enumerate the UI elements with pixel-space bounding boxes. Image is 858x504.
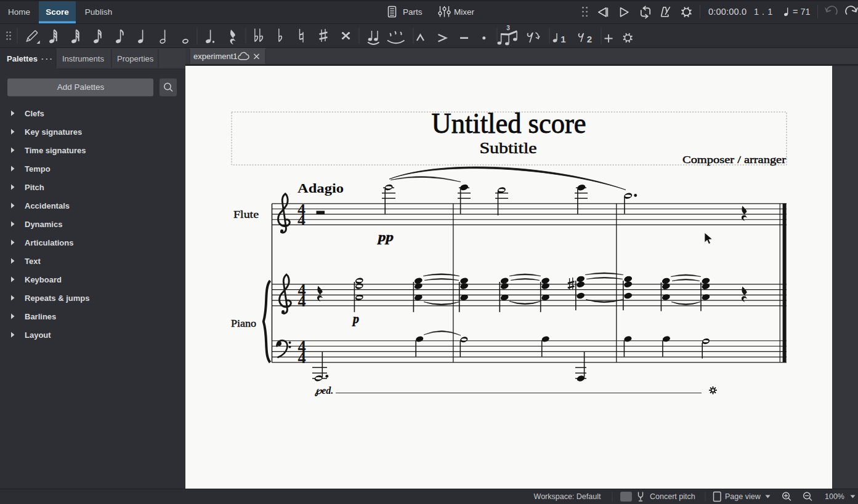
svg-text:4: 4 (297, 292, 306, 310)
svg-text:experiment1: experiment1 (193, 52, 238, 61)
svg-text:Parts: Parts (403, 7, 423, 17)
svg-text:Dynamics: Dynamics (25, 220, 62, 229)
svg-text:Articulations: Articulations (25, 238, 73, 247)
svg-text:Add Palettes: Add Palettes (57, 82, 105, 92)
svg-text:Piano: Piano (231, 318, 256, 329)
svg-text:Adagio: Adagio (297, 181, 344, 196)
svg-text:Flute: Flute (233, 209, 259, 220)
svg-text:0:00:00.0: 0:00:00.0 (708, 7, 747, 17)
svg-text:Concert pitch: Concert pitch (650, 492, 695, 501)
svg-text:Keyboard: Keyboard (25, 275, 62, 284)
svg-text:· · ·: · · · (41, 54, 52, 63)
svg-text:Layout: Layout (25, 330, 51, 340)
svg-text:3: 3 (506, 25, 510, 31)
svg-text:Instruments: Instruments (62, 54, 104, 63)
svg-text:Palettes: Palettes (7, 54, 38, 63)
svg-text:= 71: = 71 (793, 7, 811, 17)
svg-text:Pitch: Pitch (25, 183, 44, 192)
svg-text:Accidentals: Accidentals (25, 201, 70, 210)
svg-text:Composer / arranger: Composer / arranger (682, 153, 786, 166)
svg-text:1 . 1: 1 . 1 (754, 7, 773, 17)
svg-text:Home: Home (8, 7, 30, 17)
svg-text:Workspace: Default: Workspace: Default (534, 492, 601, 501)
svg-text:pp: pp (377, 230, 394, 244)
svg-text:Key signatures: Key signatures (25, 127, 82, 137)
svg-text:Page view: Page view (725, 492, 761, 501)
svg-text:Subtitle: Subtitle (480, 140, 537, 156)
svg-text:Publish: Publish (85, 7, 112, 17)
svg-text:Untitled score: Untitled score (432, 107, 586, 139)
svg-text:100%: 100% (825, 492, 844, 501)
svg-text:Text: Text (25, 257, 41, 266)
svg-text:Mixer: Mixer (454, 7, 475, 17)
svg-text:1: 1 (561, 34, 565, 44)
svg-text:℘ed.: ℘ed. (314, 385, 333, 396)
svg-text:Time signatures: Time signatures (25, 146, 86, 155)
svg-text:Properties: Properties (117, 54, 154, 63)
svg-text:Clefs: Clefs (25, 109, 44, 118)
svg-text:4: 4 (297, 211, 306, 229)
svg-text:Score: Score (46, 7, 69, 17)
svg-text:Barlines: Barlines (25, 312, 56, 321)
svg-text:p: p (352, 312, 359, 326)
svg-text:2: 2 (587, 34, 592, 44)
svg-text:Repeats & jumps: Repeats & jumps (25, 294, 89, 303)
svg-text:4: 4 (297, 348, 306, 367)
svg-text:Tempo: Tempo (25, 164, 51, 174)
